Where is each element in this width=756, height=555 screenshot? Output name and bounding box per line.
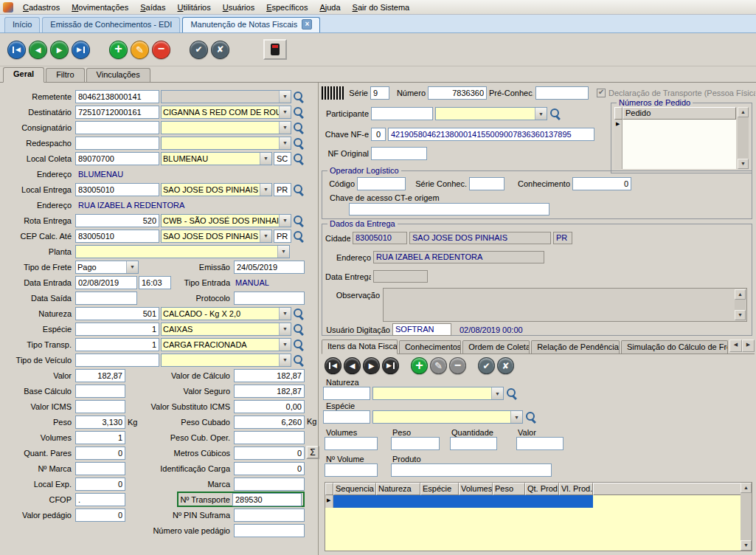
chave-nfe-digit-input[interactable] xyxy=(371,128,386,141)
redespacho-code-input[interactable] xyxy=(75,137,159,150)
serie-input[interactable] xyxy=(370,86,389,100)
natureza-search-icon[interactable] xyxy=(293,308,305,320)
valor-pedagio-input[interactable] xyxy=(75,509,125,522)
confirm-button[interactable] xyxy=(190,41,208,59)
itens-especie-combo[interactable] xyxy=(372,410,523,424)
participante-code-input[interactable] xyxy=(371,107,433,120)
collector-device-button[interactable] xyxy=(263,39,287,60)
pedido-scrollbar[interactable] xyxy=(738,107,749,169)
combo-arrow-icon[interactable] xyxy=(510,411,522,423)
menu-cadastros[interactable]: Cadastros xyxy=(17,1,66,13)
itens-delete-button[interactable] xyxy=(449,357,466,374)
combo-arrow-icon[interactable] xyxy=(279,339,291,351)
tab-scroll-left-icon[interactable] xyxy=(729,339,742,352)
combo-arrow-icon[interactable] xyxy=(126,261,138,273)
local-coleta-uf-input[interactable] xyxy=(274,152,291,165)
chave-nfe-input[interactable] xyxy=(388,128,594,141)
participante-search-icon[interactable] xyxy=(549,108,561,120)
local-entrega-combo[interactable]: SAO JOSE DOS PINHAIS xyxy=(161,183,272,196)
valor-substituto-input[interactable] xyxy=(234,400,305,413)
valor-input[interactable] xyxy=(75,369,125,382)
operador-chave-input[interactable] xyxy=(349,203,549,216)
planta-combo[interactable] xyxy=(75,245,290,258)
tipo-frete-combo[interactable]: Pago xyxy=(75,261,139,274)
itens-edit-button[interactable] xyxy=(430,357,447,374)
valor-seguro-input[interactable] xyxy=(234,385,305,398)
local-coleta-search-icon[interactable] xyxy=(293,153,305,165)
tipo-transp-combo[interactable]: CARGA FRACIONADA xyxy=(161,338,291,351)
itens-valor-input[interactable] xyxy=(516,437,563,450)
menu-usuarios[interactable]: Usuários xyxy=(217,1,260,13)
consignatario-code-input[interactable] xyxy=(75,121,159,134)
combo-arrow-icon[interactable] xyxy=(279,308,291,320)
data-entrada-time-input[interactable] xyxy=(139,276,171,289)
tab-manutencao-notas[interactable]: Manutenção de Notas Fiscais xyxy=(182,17,320,32)
itens-n-volume-input[interactable] xyxy=(325,463,378,477)
itens-nav-first-button[interactable] xyxy=(325,357,341,374)
combo-arrow-icon[interactable] xyxy=(279,323,291,335)
col-sequencia[interactable]: Sequencia xyxy=(333,483,376,495)
consignatario-combo[interactable] xyxy=(161,121,291,134)
tipo-veiculo-combo[interactable] xyxy=(161,354,291,367)
operador-codigo-input[interactable] xyxy=(357,177,406,190)
itens-especie-search-icon[interactable] xyxy=(525,411,537,423)
protocolo-input[interactable] xyxy=(234,292,305,305)
local-entrega-code-input[interactable] xyxy=(75,183,159,196)
itens-natureza-code-input[interactable] xyxy=(323,387,370,400)
combo-arrow-icon[interactable] xyxy=(279,122,291,134)
col-especie[interactable]: Espécie xyxy=(420,483,459,495)
itens-volumes-input[interactable] xyxy=(325,437,378,450)
itens-nav-prev-button[interactable] xyxy=(344,357,361,374)
local-coleta-code-input[interactable] xyxy=(75,152,159,165)
destinatario-combo[interactable]: CIGANNA S RED COM DE ROUPAS LTDA xyxy=(161,106,291,119)
add-button[interactable] xyxy=(109,41,128,59)
n-marca-input[interactable] xyxy=(75,462,125,475)
emissao-input[interactable] xyxy=(234,261,305,274)
local-exp-input[interactable] xyxy=(75,478,125,491)
subtab-vinculacoes[interactable]: Vinculações xyxy=(86,68,150,82)
operador-serie-input[interactable] xyxy=(469,177,504,190)
entrega-obs-field[interactable] xyxy=(383,288,747,322)
itens-cancel-button[interactable] xyxy=(497,357,514,374)
local-entrega-search-icon[interactable] xyxy=(293,184,305,196)
remetente-combo[interactable] xyxy=(161,90,291,103)
pedido-list[interactable] xyxy=(614,120,736,169)
tab-emissao-edi[interactable]: Emissão de Conhecimentos - EDI xyxy=(42,17,180,32)
col-natureza[interactable]: Natureza xyxy=(376,483,420,495)
cfop-input[interactable] xyxy=(75,493,125,506)
cep-calc-code-input[interactable] xyxy=(75,230,159,243)
quant-pares-input[interactable] xyxy=(75,447,125,460)
col-volumes[interactable]: Volumes xyxy=(459,483,493,495)
especie-combo[interactable]: CAIXAS xyxy=(161,323,291,336)
itens-natureza-search-icon[interactable] xyxy=(506,387,518,399)
col-vl-prod[interactable]: Vl. Prod. xyxy=(559,483,593,495)
peso-cub-oper-input[interactable] xyxy=(234,431,305,444)
operador-conhecimento-input[interactable] xyxy=(572,177,631,190)
cancel-button[interactable] xyxy=(211,41,229,59)
redespacho-combo[interactable] xyxy=(161,137,291,150)
tipo-transp-search-icon[interactable] xyxy=(293,339,305,351)
menu-ajuda[interactable]: Ajuda xyxy=(313,1,346,13)
participante-combo[interactable] xyxy=(435,107,547,120)
nav-last-button[interactable] xyxy=(72,41,90,59)
tipo-veiculo-search-icon[interactable] xyxy=(293,354,305,366)
valor-icms-input[interactable] xyxy=(75,400,125,413)
rota-entrega-search-icon[interactable] xyxy=(293,215,305,227)
n-transporte-input[interactable] xyxy=(232,493,302,506)
col-peso[interactable]: Peso xyxy=(493,483,525,495)
nav-next-button[interactable] xyxy=(50,41,69,59)
valor-calculo-input[interactable] xyxy=(234,369,305,382)
ident-carga-input[interactable] xyxy=(234,462,305,475)
vale-pedagio-input[interactable] xyxy=(234,524,305,537)
pin-suframa-input[interactable] xyxy=(234,509,305,522)
combo-arrow-icon[interactable] xyxy=(260,230,271,242)
destinatario-code-input[interactable] xyxy=(75,106,159,119)
subtab-filtro[interactable]: Filtro xyxy=(46,68,84,82)
tipo-veiculo-code-input[interactable] xyxy=(75,354,159,367)
tab-simulacao-calculo[interactable]: Simulação do Cálculo de Fret xyxy=(621,340,728,354)
tab-ordem-coleta[interactable]: Ordem de Coleta xyxy=(462,340,530,354)
grid-scrollbar[interactable] xyxy=(741,483,752,551)
scroll-up-icon[interactable] xyxy=(741,483,752,493)
data-entrada-date-input[interactable] xyxy=(75,276,137,289)
remetente-code-input[interactable] xyxy=(75,90,159,103)
